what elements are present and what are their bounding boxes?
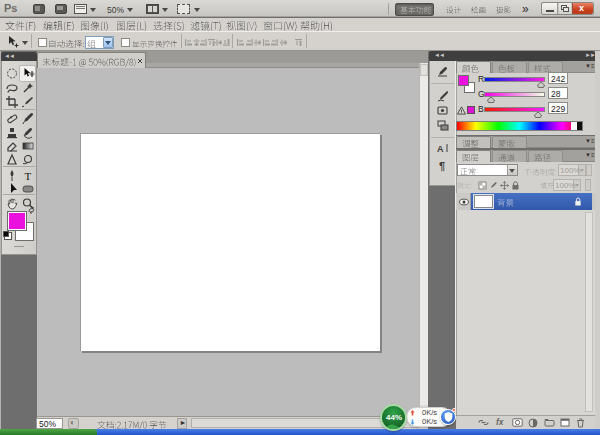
svg-text:¶: ¶ (439, 160, 445, 172)
svg-text:A: A (437, 144, 444, 154)
svg-text:T: T (25, 170, 32, 182)
